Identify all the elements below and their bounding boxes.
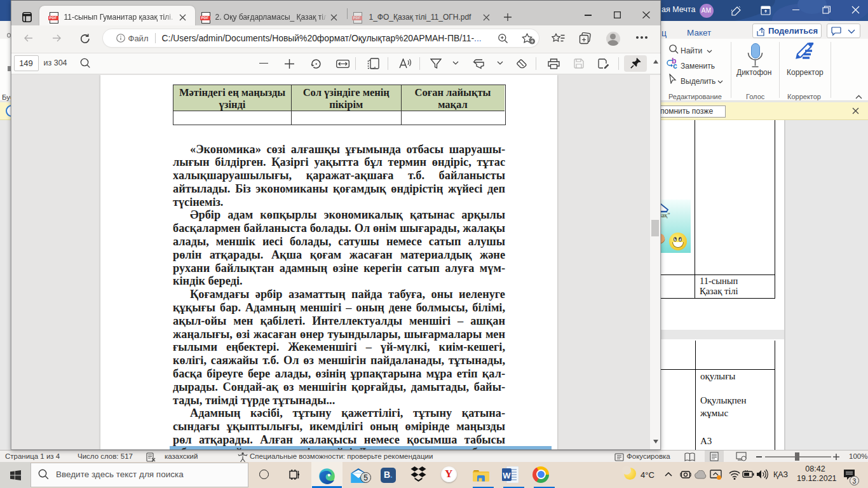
svg-text:W: W — [503, 470, 511, 480]
